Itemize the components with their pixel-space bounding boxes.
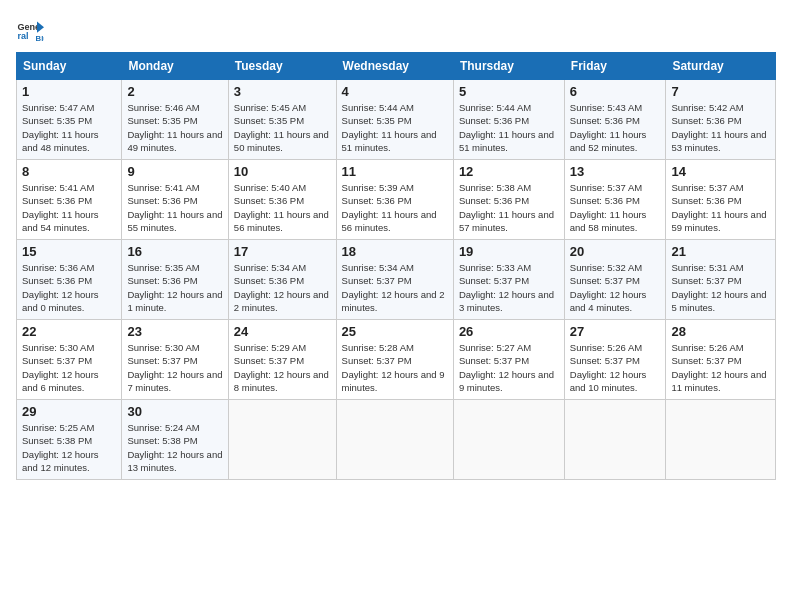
day-detail: Sunrise: 5:36 AM Sunset: 5:36 PM Dayligh… xyxy=(22,261,116,314)
weekday-header: Saturday xyxy=(666,53,776,80)
day-detail: Sunrise: 5:45 AM Sunset: 5:35 PM Dayligh… xyxy=(234,101,331,154)
day-number: 27 xyxy=(570,324,661,339)
day-number: 7 xyxy=(671,84,770,99)
weekday-header: Wednesday xyxy=(336,53,453,80)
calendar-day-cell: 17 Sunrise: 5:34 AM Sunset: 5:36 PM Dayl… xyxy=(228,240,336,320)
calendar-day-cell: 14 Sunrise: 5:37 AM Sunset: 5:36 PM Dayl… xyxy=(666,160,776,240)
calendar-day-cell: 13 Sunrise: 5:37 AM Sunset: 5:36 PM Dayl… xyxy=(564,160,666,240)
day-number: 8 xyxy=(22,164,116,179)
calendar-day-cell: 16 Sunrise: 5:35 AM Sunset: 5:36 PM Dayl… xyxy=(122,240,228,320)
logo-icon: Gene ral Blue xyxy=(16,16,44,44)
calendar-day-cell: 21 Sunrise: 5:31 AM Sunset: 5:37 PM Dayl… xyxy=(666,240,776,320)
calendar-day-cell: 28 Sunrise: 5:26 AM Sunset: 5:37 PM Dayl… xyxy=(666,320,776,400)
day-detail: Sunrise: 5:24 AM Sunset: 5:38 PM Dayligh… xyxy=(127,421,222,474)
day-detail: Sunrise: 5:40 AM Sunset: 5:36 PM Dayligh… xyxy=(234,181,331,234)
day-number: 13 xyxy=(570,164,661,179)
calendar-day-cell: 15 Sunrise: 5:36 AM Sunset: 5:36 PM Dayl… xyxy=(17,240,122,320)
day-number: 30 xyxy=(127,404,222,419)
weekday-header: Tuesday xyxy=(228,53,336,80)
day-number: 23 xyxy=(127,324,222,339)
calendar-day-cell xyxy=(228,400,336,480)
day-detail: Sunrise: 5:37 AM Sunset: 5:36 PM Dayligh… xyxy=(570,181,661,234)
day-number: 18 xyxy=(342,244,448,259)
day-number: 16 xyxy=(127,244,222,259)
calendar-table: SundayMondayTuesdayWednesdayThursdayFrid… xyxy=(16,52,776,480)
calendar-day-cell: 1 Sunrise: 5:47 AM Sunset: 5:35 PM Dayli… xyxy=(17,80,122,160)
day-detail: Sunrise: 5:29 AM Sunset: 5:37 PM Dayligh… xyxy=(234,341,331,394)
day-detail: Sunrise: 5:44 AM Sunset: 5:35 PM Dayligh… xyxy=(342,101,448,154)
day-detail: Sunrise: 5:30 AM Sunset: 5:37 PM Dayligh… xyxy=(127,341,222,394)
calendar-day-cell: 2 Sunrise: 5:46 AM Sunset: 5:35 PM Dayli… xyxy=(122,80,228,160)
day-number: 25 xyxy=(342,324,448,339)
day-detail: Sunrise: 5:37 AM Sunset: 5:36 PM Dayligh… xyxy=(671,181,770,234)
calendar-day-cell: 25 Sunrise: 5:28 AM Sunset: 5:37 PM Dayl… xyxy=(336,320,453,400)
calendar-day-cell: 8 Sunrise: 5:41 AM Sunset: 5:36 PM Dayli… xyxy=(17,160,122,240)
calendar-day-cell: 10 Sunrise: 5:40 AM Sunset: 5:36 PM Dayl… xyxy=(228,160,336,240)
day-detail: Sunrise: 5:26 AM Sunset: 5:37 PM Dayligh… xyxy=(570,341,661,394)
day-number: 6 xyxy=(570,84,661,99)
day-detail: Sunrise: 5:41 AM Sunset: 5:36 PM Dayligh… xyxy=(127,181,222,234)
calendar-day-cell: 9 Sunrise: 5:41 AM Sunset: 5:36 PM Dayli… xyxy=(122,160,228,240)
day-number: 10 xyxy=(234,164,331,179)
calendar-day-cell: 30 Sunrise: 5:24 AM Sunset: 5:38 PM Dayl… xyxy=(122,400,228,480)
calendar-day-cell xyxy=(564,400,666,480)
day-number: 28 xyxy=(671,324,770,339)
calendar-day-cell: 19 Sunrise: 5:33 AM Sunset: 5:37 PM Dayl… xyxy=(453,240,564,320)
day-detail: Sunrise: 5:28 AM Sunset: 5:37 PM Dayligh… xyxy=(342,341,448,394)
calendar-day-cell: 4 Sunrise: 5:44 AM Sunset: 5:35 PM Dayli… xyxy=(336,80,453,160)
calendar-day-cell: 3 Sunrise: 5:45 AM Sunset: 5:35 PM Dayli… xyxy=(228,80,336,160)
day-number: 22 xyxy=(22,324,116,339)
day-number: 11 xyxy=(342,164,448,179)
calendar-day-cell: 7 Sunrise: 5:42 AM Sunset: 5:36 PM Dayli… xyxy=(666,80,776,160)
day-number: 12 xyxy=(459,164,559,179)
day-detail: Sunrise: 5:30 AM Sunset: 5:37 PM Dayligh… xyxy=(22,341,116,394)
day-detail: Sunrise: 5:26 AM Sunset: 5:37 PM Dayligh… xyxy=(671,341,770,394)
day-detail: Sunrise: 5:25 AM Sunset: 5:38 PM Dayligh… xyxy=(22,421,116,474)
day-detail: Sunrise: 5:35 AM Sunset: 5:36 PM Dayligh… xyxy=(127,261,222,314)
day-number: 4 xyxy=(342,84,448,99)
day-number: 5 xyxy=(459,84,559,99)
svg-text:Blue: Blue xyxy=(36,34,44,43)
page-header: Gene ral Blue xyxy=(16,16,776,44)
calendar-day-cell: 27 Sunrise: 5:26 AM Sunset: 5:37 PM Dayl… xyxy=(564,320,666,400)
calendar-day-cell: 24 Sunrise: 5:29 AM Sunset: 5:37 PM Dayl… xyxy=(228,320,336,400)
svg-text:ral: ral xyxy=(17,31,28,41)
calendar-day-cell: 20 Sunrise: 5:32 AM Sunset: 5:37 PM Dayl… xyxy=(564,240,666,320)
day-detail: Sunrise: 5:47 AM Sunset: 5:35 PM Dayligh… xyxy=(22,101,116,154)
calendar-day-cell xyxy=(453,400,564,480)
day-detail: Sunrise: 5:39 AM Sunset: 5:36 PM Dayligh… xyxy=(342,181,448,234)
day-detail: Sunrise: 5:41 AM Sunset: 5:36 PM Dayligh… xyxy=(22,181,116,234)
calendar-day-cell: 26 Sunrise: 5:27 AM Sunset: 5:37 PM Dayl… xyxy=(453,320,564,400)
calendar-day-cell xyxy=(336,400,453,480)
day-number: 26 xyxy=(459,324,559,339)
calendar-day-cell: 22 Sunrise: 5:30 AM Sunset: 5:37 PM Dayl… xyxy=(17,320,122,400)
calendar-day-cell: 6 Sunrise: 5:43 AM Sunset: 5:36 PM Dayli… xyxy=(564,80,666,160)
weekday-header: Monday xyxy=(122,53,228,80)
day-number: 17 xyxy=(234,244,331,259)
day-detail: Sunrise: 5:27 AM Sunset: 5:37 PM Dayligh… xyxy=(459,341,559,394)
svg-marker-2 xyxy=(37,22,44,33)
day-detail: Sunrise: 5:34 AM Sunset: 5:37 PM Dayligh… xyxy=(342,261,448,314)
calendar-day-cell: 11 Sunrise: 5:39 AM Sunset: 5:36 PM Dayl… xyxy=(336,160,453,240)
day-number: 20 xyxy=(570,244,661,259)
calendar-week-row: 1 Sunrise: 5:47 AM Sunset: 5:35 PM Dayli… xyxy=(17,80,776,160)
day-detail: Sunrise: 5:46 AM Sunset: 5:35 PM Dayligh… xyxy=(127,101,222,154)
day-detail: Sunrise: 5:32 AM Sunset: 5:37 PM Dayligh… xyxy=(570,261,661,314)
weekday-header: Sunday xyxy=(17,53,122,80)
calendar-week-row: 8 Sunrise: 5:41 AM Sunset: 5:36 PM Dayli… xyxy=(17,160,776,240)
day-detail: Sunrise: 5:34 AM Sunset: 5:36 PM Dayligh… xyxy=(234,261,331,314)
calendar-week-row: 29 Sunrise: 5:25 AM Sunset: 5:38 PM Dayl… xyxy=(17,400,776,480)
calendar-day-cell: 23 Sunrise: 5:30 AM Sunset: 5:37 PM Dayl… xyxy=(122,320,228,400)
day-number: 21 xyxy=(671,244,770,259)
day-number: 1 xyxy=(22,84,116,99)
day-detail: Sunrise: 5:31 AM Sunset: 5:37 PM Dayligh… xyxy=(671,261,770,314)
day-detail: Sunrise: 5:43 AM Sunset: 5:36 PM Dayligh… xyxy=(570,101,661,154)
calendar-day-cell: 29 Sunrise: 5:25 AM Sunset: 5:38 PM Dayl… xyxy=(17,400,122,480)
day-detail: Sunrise: 5:38 AM Sunset: 5:36 PM Dayligh… xyxy=(459,181,559,234)
day-number: 29 xyxy=(22,404,116,419)
day-detail: Sunrise: 5:33 AM Sunset: 5:37 PM Dayligh… xyxy=(459,261,559,314)
day-detail: Sunrise: 5:44 AM Sunset: 5:36 PM Dayligh… xyxy=(459,101,559,154)
day-number: 3 xyxy=(234,84,331,99)
calendar-week-row: 15 Sunrise: 5:36 AM Sunset: 5:36 PM Dayl… xyxy=(17,240,776,320)
calendar-day-cell xyxy=(666,400,776,480)
